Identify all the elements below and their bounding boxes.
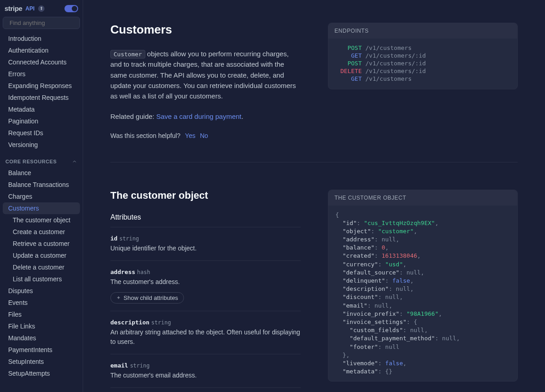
sidebar-item-request-ids[interactable]: Request IDs <box>3 127 80 139</box>
attr-desc: The customer's email address. <box>110 371 301 380</box>
endpoint-row[interactable]: GET/v1/customers <box>336 75 510 83</box>
endpoints-title: ENDPOINTS <box>328 23 518 39</box>
attr-desc: The customer's address. <box>110 277 301 287</box>
plus-icon <box>116 295 121 300</box>
intro-code: Customer <box>110 50 145 59</box>
sidebar-item-authentication[interactable]: Authentication <box>3 44 80 56</box>
chevron-up-icon <box>72 159 77 164</box>
sidebar-item-introduction[interactable]: Introduction <box>3 33 80 44</box>
sidebar-item-charges[interactable]: Charges <box>3 191 80 202</box>
sidebar-item-files[interactable]: Files <box>3 309 80 320</box>
sidebar-item-file-links[interactable]: File Links <box>3 320 80 332</box>
feedback-row: Was this section helpful? Yes No <box>110 132 301 139</box>
related-guide-link[interactable]: Save a card during payment <box>156 113 242 120</box>
object-section-title: The customer object <box>110 190 301 201</box>
sidebar-item-balance[interactable]: Balance <box>3 167 80 179</box>
attribute-metadata: metadatahash <box>110 387 301 392</box>
attribute-email: emailstringThe customer's email address. <box>110 354 301 387</box>
brand-suffix: API <box>25 5 35 12</box>
endpoint-method: GET <box>336 75 362 82</box>
attr-type: string <box>130 363 149 369</box>
sidebar-subitem-update-a-customer[interactable]: Update a customer <box>3 250 80 261</box>
sidebar-item-expanding-responses[interactable]: Expanding Responses <box>3 80 80 92</box>
attr-name: id <box>110 235 118 242</box>
endpoint-method: POST <box>336 60 362 67</box>
show-child-attributes-button[interactable]: Show child attributes <box>110 292 184 304</box>
search-input-wrap[interactable]: / <box>3 17 80 29</box>
nav-section-core[interactable]: CORE RESOURCES <box>0 151 83 167</box>
intro-paragraph: Customer objects allow you to perform re… <box>110 49 301 101</box>
customer-object-json: { "id": "cus_IvttqHzOzqh9EX", "object": … <box>328 206 518 382</box>
sidebar-item-setupintents[interactable]: SetupIntents <box>3 356 80 368</box>
search-input[interactable] <box>10 20 83 26</box>
attribute-description: descriptionstringAn arbitrary string att… <box>110 311 301 354</box>
endpoint-row[interactable]: GET/v1/customers/:id <box>336 52 510 59</box>
attr-type: hash <box>137 269 150 275</box>
nav-section-label: CORE RESOURCES <box>5 159 57 164</box>
endpoint-method: DELETE <box>336 68 362 74</box>
attr-desc: Unique identifier for the object. <box>110 244 301 253</box>
sidebar-subitem-delete-a-customer[interactable]: Delete a customer <box>3 261 80 273</box>
sidebar-item-idempotent-requests[interactable]: Idempotent Requests <box>3 92 80 103</box>
sidebar-item-connected-accounts[interactable]: Connected Accounts <box>3 56 80 68</box>
endpoint-row[interactable]: DELETE/v1/customers/:id <box>336 67 510 75</box>
endpoint-method: POST <box>336 44 362 51</box>
attributes-label: Attributes <box>110 213 301 221</box>
feedback-question: Was this section helpful? <box>110 132 180 139</box>
sidebar-item-mandates[interactable]: Mandates <box>3 332 80 344</box>
sidebar-subitem-create-a-customer[interactable]: Create a customer <box>3 226 80 238</box>
sidebar-header: stripe API ⬆ ◐ <box>0 5 83 15</box>
sidebar-item-errors[interactable]: Errors <box>3 68 80 80</box>
page-title: Customers <box>110 23 301 37</box>
section-divider <box>110 162 518 162</box>
attr-name: address <box>110 269 135 275</box>
sidebar-item-balance-transactions[interactable]: Balance Transactions <box>3 179 80 191</box>
sidebar-item-events[interactable]: Events <box>3 297 80 309</box>
attr-name: email <box>110 362 128 369</box>
sidebar-item-disputes[interactable]: Disputes <box>3 285 80 297</box>
endpoint-path: /v1/customers <box>366 44 412 51</box>
theme-toggle[interactable]: ◐ <box>64 5 78 12</box>
sidebar-item-pagination[interactable]: Pagination <box>3 115 80 127</box>
attribute-id: idstringUnique identifier for the object… <box>110 227 301 260</box>
sidebar-item-setupattempts[interactable]: SetupAttempts <box>3 368 80 379</box>
sidebar-subitem-the-customer-object[interactable]: The customer object <box>3 214 80 226</box>
feedback-yes[interactable]: Yes <box>185 132 195 139</box>
sidebar-subitem-retrieve-a-customer[interactable]: Retrieve a customer <box>3 238 80 250</box>
endpoint-method: GET <box>336 52 362 59</box>
moon-icon: ◐ <box>73 6 76 10</box>
sidebar-item-versioning[interactable]: Versioning <box>3 139 80 151</box>
sidebar-subitem-list-all-customers[interactable]: List all customers <box>3 273 80 285</box>
customer-object-panel: THE CUSTOMER OBJECT { "id": "cus_IvttqHz… <box>328 190 518 382</box>
attr-name: description <box>110 319 149 326</box>
endpoint-path: /v1/customers/:id <box>366 68 426 74</box>
brand-logo: stripe <box>5 5 22 12</box>
endpoint-row[interactable]: POST/v1/customers <box>336 44 510 52</box>
endpoint-path: /v1/customers <box>366 75 412 82</box>
attr-type: string <box>119 235 139 242</box>
sidebar-item-metadata[interactable]: Metadata <box>3 103 80 115</box>
customer-object-title: THE CUSTOMER OBJECT <box>328 190 518 206</box>
sidebar-item-paymentintents[interactable]: PaymentIntents <box>3 344 80 356</box>
main-content: Customers Customer objects allow you to … <box>83 0 545 392</box>
attribute-address: addresshashThe customer's address.Show c… <box>110 260 301 311</box>
endpoint-path: /v1/customers/:id <box>366 60 426 67</box>
endpoint-path: /v1/customers/:id <box>366 52 426 59</box>
related-guide: Related guide: Save a card during paymen… <box>110 111 301 122</box>
brand[interactable]: stripe API ⬆ <box>5 5 45 12</box>
sidebar-item-customers[interactable]: Customers <box>3 202 80 214</box>
endpoints-panel: ENDPOINTS POST/v1/customersGET/v1/custom… <box>328 23 518 89</box>
feedback-no[interactable]: No <box>200 132 208 139</box>
endpoint-row[interactable]: POST/v1/customers/:id <box>336 59 510 67</box>
attr-type: string <box>151 319 171 326</box>
upgrade-icon[interactable]: ⬆ <box>38 5 45 12</box>
attr-desc: An arbitrary string attached to the obje… <box>110 328 301 347</box>
sidebar: stripe API ⬆ ◐ / IntroductionAuthenticat… <box>0 0 83 392</box>
